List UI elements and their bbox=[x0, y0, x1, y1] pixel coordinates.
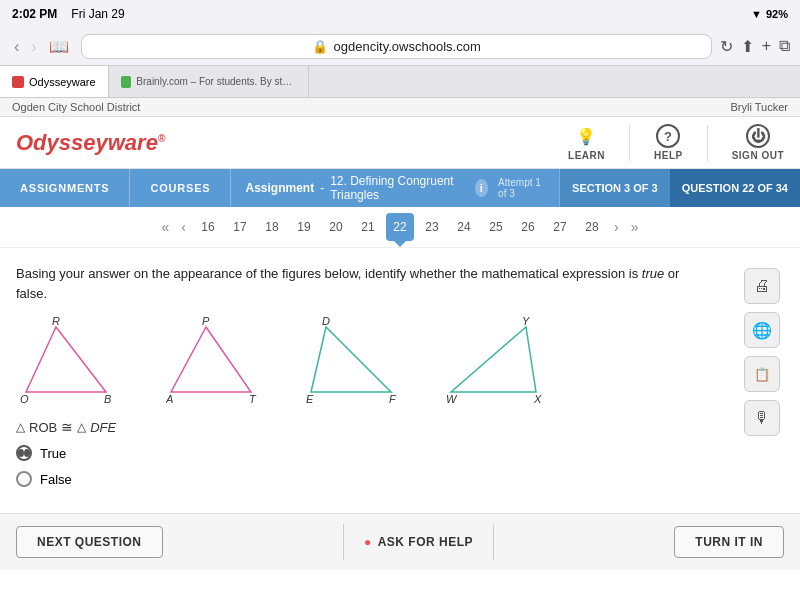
signout-icon: ⏻ bbox=[746, 124, 770, 148]
browser-tabs: Odysseyware Brainly.com – For students. … bbox=[0, 66, 800, 98]
svg-text:T: T bbox=[249, 393, 257, 405]
learn-icon: 💡 bbox=[575, 124, 599, 148]
svg-marker-0 bbox=[26, 327, 106, 392]
page-19[interactable]: 19 bbox=[290, 213, 318, 241]
svg-marker-4 bbox=[171, 327, 251, 392]
nav-bar: ASSIGNMENTS COURSES Assignment - 12. Def… bbox=[0, 169, 800, 207]
print-icon: 🖨 bbox=[754, 277, 770, 295]
question-area: Basing your answer on the appearance of … bbox=[16, 264, 732, 497]
footer: NEXT QUESTION ● ASK FOR HELP TURN IT IN bbox=[0, 513, 800, 570]
svg-text:A: A bbox=[166, 393, 173, 405]
status-date: Fri Jan 29 bbox=[71, 7, 124, 21]
district-bar: Ogden City School District Bryli Tucker bbox=[0, 98, 800, 117]
back-button[interactable]: ‹ bbox=[10, 35, 23, 58]
prev-page-button[interactable]: ‹ bbox=[177, 219, 190, 235]
page-26[interactable]: 26 bbox=[514, 213, 542, 241]
assignment-label: Assignment bbox=[245, 181, 314, 195]
section-badge: SECTION 3 OF 3 bbox=[559, 169, 670, 207]
triangle-notation: △ ROB ≅ △ DFE bbox=[16, 419, 732, 435]
svg-text:R: R bbox=[52, 317, 60, 327]
svg-text:Y: Y bbox=[522, 317, 530, 327]
brainly-favicon bbox=[121, 76, 132, 88]
page-22[interactable]: 22 bbox=[386, 213, 414, 241]
assignments-nav[interactable]: ASSIGNMENTS bbox=[0, 169, 130, 207]
svg-text:D: D bbox=[322, 317, 330, 327]
svg-text:X: X bbox=[533, 393, 542, 405]
ask-help-button[interactable]: ● ASK FOR HELP bbox=[364, 535, 473, 549]
status-bar: 2:02 PM Fri Jan 29 ▼ 92% bbox=[0, 0, 800, 28]
turn-in-button[interactable]: TURN IT IN bbox=[674, 526, 784, 558]
current-page-indicator bbox=[392, 239, 408, 247]
calculator-icon: 📋 bbox=[754, 367, 770, 382]
last-page-button[interactable]: » bbox=[627, 219, 643, 235]
triangle-rob: R O B bbox=[16, 317, 136, 407]
browser-navigation: ‹ › 📖 bbox=[10, 35, 73, 58]
footer-center: ● ASK FOR HELP bbox=[323, 524, 514, 560]
attempt-label: Attempt 1 of 3 bbox=[498, 177, 545, 199]
answer-options: True False bbox=[16, 445, 732, 487]
page-16[interactable]: 16 bbox=[194, 213, 222, 241]
page-28[interactable]: 28 bbox=[578, 213, 606, 241]
tab-odysseyware-label: Odysseyware bbox=[29, 76, 96, 88]
ask-help-icon: ● bbox=[364, 535, 372, 549]
help-icon: ? bbox=[656, 124, 680, 148]
first-page-button[interactable]: « bbox=[158, 219, 174, 235]
tabs-button[interactable]: ⧉ bbox=[779, 37, 790, 56]
option-true[interactable]: True bbox=[16, 445, 732, 461]
user-name: Bryli Tucker bbox=[731, 101, 788, 113]
option-false[interactable]: False bbox=[16, 471, 732, 487]
assignment-title: 12. Defining Congruent Triangles bbox=[330, 174, 462, 202]
info-button[interactable]: i bbox=[475, 179, 489, 197]
globe-button[interactable]: 🌐 bbox=[744, 312, 780, 348]
app-header: Odysseyware® 💡 LEARN ? HELP ⏻ SIGN OUT bbox=[0, 117, 800, 169]
page-18[interactable]: 18 bbox=[258, 213, 286, 241]
page-27[interactable]: 27 bbox=[546, 213, 574, 241]
courses-nav[interactable]: COURSES bbox=[130, 169, 231, 207]
page-21[interactable]: 21 bbox=[354, 213, 382, 241]
new-tab-button[interactable]: + bbox=[762, 37, 771, 56]
radio-true[interactable] bbox=[16, 445, 32, 461]
tab-odysseyware[interactable]: Odysseyware bbox=[0, 66, 109, 97]
calculator-button[interactable]: 📋 bbox=[744, 356, 780, 392]
page-25[interactable]: 25 bbox=[482, 213, 510, 241]
tab-brainly-label: Brainly.com – For students. By students. bbox=[136, 76, 295, 87]
lock-icon: 🔒 bbox=[312, 39, 328, 54]
tab-brainly[interactable]: Brainly.com – For students. By students. bbox=[109, 66, 309, 97]
url-bar[interactable]: 🔒 ogdencity.owschools.com bbox=[81, 34, 712, 59]
svg-text:O: O bbox=[20, 393, 29, 405]
question-badge: QUESTION 22 OF 34 bbox=[670, 169, 800, 207]
status-time: 2:02 PM bbox=[12, 7, 57, 21]
page-17[interactable]: 17 bbox=[226, 213, 254, 241]
footer-divider bbox=[343, 524, 344, 560]
page-20[interactable]: 20 bbox=[322, 213, 350, 241]
next-question-button[interactable]: NEXT QUESTION bbox=[16, 526, 163, 558]
reload-button[interactable]: ↻ bbox=[720, 37, 733, 56]
svg-marker-8 bbox=[311, 327, 391, 392]
svg-text:B: B bbox=[104, 393, 111, 405]
browser-chrome: ‹ › 📖 🔒 ogdencity.owschools.com ↻ ⬆ + ⧉ bbox=[0, 28, 800, 66]
url-text: ogdencity.owschools.com bbox=[334, 39, 481, 54]
main-content: Basing your answer on the appearance of … bbox=[0, 248, 800, 513]
breadcrumb-separator: - bbox=[320, 181, 324, 195]
mic-button[interactable]: 🎙 bbox=[744, 400, 780, 436]
signout-button[interactable]: ⏻ SIGN OUT bbox=[732, 124, 784, 161]
help-button[interactable]: ? HELP bbox=[654, 124, 683, 161]
assignment-breadcrumb: Assignment - 12. Defining Congruent Tria… bbox=[231, 169, 559, 207]
svg-text:W: W bbox=[446, 393, 458, 405]
pagination-bar: « ‹ 16 17 18 19 20 21 22 23 24 25 26 27 … bbox=[0, 207, 800, 248]
page-23[interactable]: 23 bbox=[418, 213, 446, 241]
learn-button[interactable]: 💡 LEARN bbox=[568, 124, 605, 161]
globe-icon: 🌐 bbox=[752, 321, 772, 340]
svg-marker-12 bbox=[451, 327, 536, 392]
forward-button[interactable]: › bbox=[27, 35, 40, 58]
print-button[interactable]: 🖨 bbox=[744, 268, 780, 304]
page-24[interactable]: 24 bbox=[450, 213, 478, 241]
next-page-button[interactable]: › bbox=[610, 219, 623, 235]
bookmarks-button[interactable]: 📖 bbox=[45, 35, 73, 58]
ask-help-label: ASK FOR HELP bbox=[378, 535, 473, 549]
radio-false[interactable] bbox=[16, 471, 32, 487]
mic-icon: 🎙 bbox=[754, 409, 770, 427]
svg-text:P: P bbox=[202, 317, 210, 327]
share-button[interactable]: ⬆ bbox=[741, 37, 754, 56]
svg-text:E: E bbox=[306, 393, 314, 405]
